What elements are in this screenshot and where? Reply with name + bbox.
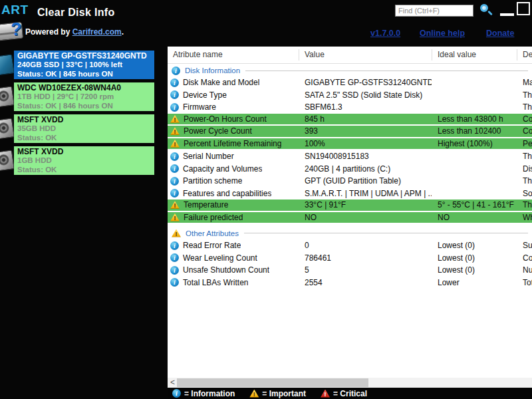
column-header-description[interactable]: De (517, 49, 532, 61)
ideal-value-cell: 5° - 55°C | 41 - 161°F (432, 200, 517, 209)
powered-by-line: Powered by Carifred.com. (25, 27, 124, 37)
disk-summary[interactable]: MSFT XVDD35GB HDDStatus: OK (14, 114, 154, 143)
important-icon (170, 201, 180, 209)
ideal-value-cell: Lowest (0) (432, 241, 517, 250)
info-icon: i (172, 389, 181, 398)
attribute-name: Partition scheme (183, 176, 242, 186)
value-cell: 33°C | 91°F (299, 200, 432, 209)
disk-specs: 240GB SSD | 33°C | 100% left (17, 61, 151, 70)
important-icon (172, 229, 181, 237)
scrollbar-left-arrow-icon[interactable]: < (168, 378, 178, 388)
find-input[interactable] (395, 5, 473, 17)
description-cell: Tot (517, 278, 532, 287)
value-cell: GIGABYTE GP-GSTFS31240GNTD (299, 78, 432, 87)
disk-list-item[interactable]: MSFT XVDD1GB HDDStatus: OK (0, 146, 168, 175)
value-cell: 100% (299, 139, 432, 148)
important-icon (170, 140, 180, 148)
attribute-row[interactable]: iFirmwareSBFM61.3The (168, 101, 532, 114)
attribute-name: Temperature (184, 200, 228, 209)
description-cell: The (517, 90, 532, 100)
attribute-name-cell: Failure predicted (168, 213, 299, 222)
legend-label: = Critical (333, 389, 367, 398)
carifred-link[interactable]: Carifred.com (72, 27, 122, 37)
column-header-ideal-value[interactable]: Ideal value (432, 49, 517, 61)
attribute-row[interactable]: Power Cycle Count393Less than 102400Co (168, 126, 532, 138)
info-icon: i (170, 266, 179, 275)
column-header-attribute-name[interactable]: Atribute name (168, 49, 299, 61)
attribute-row[interactable]: iPartition schemeGPT (GUID Partition Tab… (168, 175, 532, 188)
app-title: Clear Disk Info (37, 7, 115, 19)
description-cell: Su (517, 241, 532, 250)
description-cell: Co (517, 126, 532, 136)
attribute-name: Device Type (183, 90, 227, 100)
disk-list-item[interactable]: GIGABYTE GP-GSTFS31240GNTD240GB SSD | 33… (0, 51, 168, 79)
question-mark-icon: ? (11, 19, 22, 40)
value-cell: 0 (299, 241, 432, 250)
attribute-name: Power Cycle Count (184, 126, 252, 136)
hdd-drive-icon (0, 119, 13, 138)
attribute-row[interactable]: Failure predictedNONOWh (168, 212, 532, 225)
attribute-row[interactable]: iFeatures and capabilitiesS.M.A.R.T. | T… (168, 188, 532, 200)
attribute-row[interactable]: iDisk Make and ModelGIGABYTE GP-GSTFS312… (168, 76, 532, 89)
info-icon: i (170, 152, 179, 161)
disk-summary[interactable]: MSFT XVDD1GB HDDStatus: OK (14, 146, 154, 175)
ideal-value-cell: Lowest (0) (432, 253, 517, 263)
disk-summary[interactable]: WDC WD10EZEX-08WN4A01TB HDD | 29°C | 720… (14, 82, 154, 111)
ideal-value-cell: Less than 102400 (432, 126, 517, 136)
powered-by-prefix: Powered by (25, 27, 72, 37)
important-icon (170, 115, 180, 123)
info-icon: i (170, 253, 179, 262)
attribute-name: Unsafe Shutdown Count (183, 265, 269, 275)
attribute-row[interactable]: iTotal LBAs Written2554LowerTot (168, 277, 532, 289)
ideal-value-cell: NO (432, 213, 517, 222)
attribute-row[interactable]: iWear Leveling Count786461Lowest (0)Co (168, 252, 532, 265)
table-body: iDisk InformationiDisk Make and ModelGIG… (168, 64, 532, 289)
attribute-row[interactable]: iSerial NumberSN194008915183The (168, 150, 532, 163)
table-header-row: Atribute name Value Ideal value De (168, 47, 532, 64)
attribute-row[interactable]: iRead Error Rate0Lowest (0)Su (168, 239, 532, 252)
value-cell: S.M.A.R.T. | TRIM | UDMA | APM | ... (299, 189, 432, 198)
minimize-button[interactable] (500, 13, 514, 16)
value-cell: 240GB | 4 partitions (C:) (299, 164, 432, 174)
attribute-name-cell: iFirmware (168, 102, 299, 112)
search-icon[interactable] (479, 3, 493, 17)
attribute-row[interactable]: iDevice TypeSATA 2.5" SSD (Solid State D… (168, 89, 532, 102)
ideal-value-cell: Less than 43800 h (432, 114, 517, 124)
online-help-link[interactable]: Online help (420, 29, 465, 38)
value-cell: GPT (GUID Partition Table) (299, 176, 432, 186)
maximize-button[interactable] (517, 2, 530, 15)
attribute-name-cell: Percent Lifetime Remaining (168, 139, 299, 148)
attribute-name: Percent Lifetime Remaining (184, 139, 281, 148)
attribute-name: Power-On Hours Count (184, 114, 267, 124)
disk-summary[interactable]: GIGABYTE GP-GSTFS31240GNTD240GB SSD | 33… (14, 51, 154, 79)
scrollbar-thumb[interactable] (177, 378, 368, 387)
description-cell: The (517, 200, 532, 209)
hdd-drive-icon (0, 151, 13, 170)
legend-item: = Critical (321, 389, 367, 398)
value-cell: SN194008915183 (299, 152, 432, 161)
attribute-row[interactable]: iCapacity and Volumes240GB | 4 partition… (168, 163, 532, 176)
attribute-name: Firmware (183, 102, 216, 112)
disk-list-item[interactable]: MSFT XVDD35GB HDDStatus: OK (0, 114, 168, 143)
attribute-row[interactable]: Percent Lifetime Remaining100%Highest (1… (168, 138, 532, 151)
attribute-name: Capacity and Volumes (183, 164, 262, 174)
attribute-name: Wear Leveling Count (183, 253, 257, 263)
description-cell: Pe (517, 139, 532, 148)
column-header-value[interactable]: Value (299, 49, 432, 61)
attribute-row[interactable]: iUnsafe Shutdown Count5Lowest (0)Nu (168, 264, 532, 277)
attribute-row[interactable]: Power-On Hours Count845 hLess than 43800… (168, 114, 532, 126)
disk-list: GIGABYTE GP-GSTFS31240GNTD240GB SSD | 33… (0, 51, 168, 178)
value-cell: 5 (299, 265, 432, 275)
legend-label: = Information (184, 389, 235, 398)
description-cell: The (517, 152, 532, 161)
search-lens-shape (480, 4, 488, 12)
donate-link[interactable]: Donate (486, 29, 514, 38)
disk-list-item[interactable]: WDC WD10EZEX-08WN4A01TB HDD | 29°C | 720… (0, 82, 168, 111)
section-label: Other Attributes (186, 229, 239, 237)
attribute-name-cell: iUnsafe Shutdown Count (168, 265, 299, 275)
version-link[interactable]: v1.7.0.0 (370, 29, 400, 38)
horizontal-scrollbar[interactable]: < (168, 378, 532, 388)
search-handle-shape (487, 11, 493, 16)
description-cell: Co (517, 114, 532, 124)
attribute-row[interactable]: Temperature33°C | 91°F5° - 55°C | 41 - 1… (168, 200, 532, 212)
